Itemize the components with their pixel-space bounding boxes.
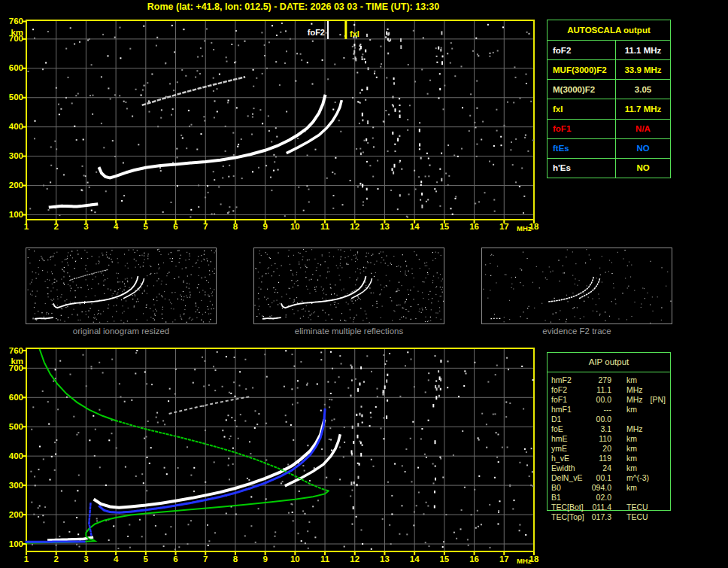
bottom-ionogram-plot [19,345,541,564]
thumbnail-caption-3: evidence F2 trace [481,327,672,337]
x-tick-label: 6 [166,554,186,564]
y-tick-label: 600 [1,63,23,73]
thumbnail-evidence-f2 [481,248,672,324]
autoscala-row: h'EsNO [548,159,670,178]
aip-param-value: 00.0 [590,395,611,405]
aip-param-name: foF2 [551,385,590,395]
y-tick-label: 760 [1,346,23,356]
f2-o-trace [99,96,325,178]
autoscala-table-title: AUTOSCALA output [548,20,670,41]
x-tick-label: 6 [166,222,186,232]
autoscala-param-label: fxI [548,99,616,118]
autoscala-param-label: MUF(3000)F2 [548,60,616,79]
x-tick-label: 16 [465,554,484,564]
thumbnail-caption-1: original ionogram resized [26,327,217,337]
aip-param-unit: km [626,434,637,444]
autoscala-param-label: foF1 [548,120,616,138]
f2-x-trace [580,279,600,299]
aip-param-value: 110 [590,434,611,444]
noise-dots [28,23,534,218]
aip-param-value: 02.0 [590,493,611,503]
autoscala-row: ftEsNO [548,139,670,159]
x-tick-label: 2 [47,554,66,564]
aip-table-title: AIP output [548,353,670,372]
noise-dots [28,249,216,323]
x-tick-label: 17 [494,554,514,564]
autoscala-row: foF1N/A [548,120,670,139]
aip-param-name: B0 [551,483,590,493]
autoscala-param-label: M(3000)F2 [548,80,616,99]
y-tick-label: 500 [1,93,23,102]
thumbnail-evidence-canvas [482,248,672,323]
plot-frame [22,348,534,555]
x-tick-label: 13 [375,554,394,564]
aip-row: foF211.1MHz [551,385,681,395]
aip-param-name: TEC[Top] [551,512,590,522]
autoscala-output-screen: Rome (lat: +41.8, lon: 012.5) - DATE: 20… [0,0,728,568]
autoscala-param-value: 33.9 MHz [616,60,670,79]
aip-row: B0094.0km [551,483,681,493]
x-tick-label: 12 [345,222,365,232]
es-trace [263,317,281,318]
y-tick-label: 400 [1,122,23,132]
aip-param-value: 00.1 [590,473,611,483]
aip-param-name: h_vE [551,454,590,463]
es-remnant [491,318,501,319]
multiple-reflection-trace [70,269,108,280]
y-tick-label: 700 [1,363,23,373]
y-tick-label: 100 [1,210,23,220]
autoscala-param-value: 11.1 MHz [616,41,670,59]
aip-param-value: 11.1 [590,385,611,395]
aip-param-unit: TECU [626,503,648,512]
x-tick-label: 9 [256,554,275,564]
aip-param-name: foF1 [551,395,590,405]
aip-row: foF100.0MHz[PN] [551,395,681,405]
aip-param-unit: TECU [626,512,648,522]
aip-param-value: 00.0 [590,415,611,424]
thumbnail-original-canvas [26,248,216,323]
x-axis-unit: MHz [517,557,532,565]
aip-param-value: 017.3 [590,512,611,522]
aip-row: hmE110km [551,434,681,444]
top-ionogram-plot [19,17,541,230]
autoscala-param-value: 3.05 [616,80,670,99]
x-tick-label: 11 [315,222,335,232]
aip-param-unit: m^(-3) [626,473,649,483]
multiple-reflection-trace [143,77,244,105]
aip-param-value: 279 [590,375,611,385]
y-tick-label: 300 [1,481,23,491]
thumbnail-eliminate-reflections [253,248,444,324]
x-axis-unit: MHz [517,225,532,232]
aip-param-name: hmF2 [551,375,590,385]
y-tick-label: 400 [1,451,23,461]
autoscala-row: MUF(3000)F233.9 MHz [548,60,670,80]
echo-x-trace [286,436,340,485]
x-tick-label: 15 [435,554,454,564]
aip-param-name: TEC[Bot] [551,503,590,512]
autoscala-param-value: 11.7 MHz [616,99,670,118]
y-tick-label: 500 [1,422,23,432]
aip-row: B102.0 [551,493,681,503]
aip-row: TEC[Top]017.3TECU [551,512,681,522]
aip-row: hmF1---km [551,405,681,415]
es-trace [35,317,53,318]
x-tick-label: 14 [405,554,424,564]
x-tick-label: 3 [76,222,96,232]
profile-bottomside [26,491,329,543]
aip-row: Ewidth24km [551,463,681,473]
aip-param-name: Ewidth [551,463,590,473]
f2-o-trace [53,277,138,308]
echo-es-trace [49,537,93,540]
aip-row: ymE20km [551,444,681,454]
x-tick-label: 10 [285,554,305,564]
aip-row: TEC[Bot]011.4TECU [551,503,681,512]
x-tick-label: 4 [106,554,126,564]
y-tick-label: 300 [1,151,23,161]
x-tick-label: 17 [494,222,514,232]
aip-row: foE3.1MHz [551,424,681,434]
aip-param-unit: km [626,405,637,415]
aip-param-name: D1 [551,415,590,424]
es-trace [50,205,97,208]
autoscala-param-value: NO [616,159,670,178]
autoscala-param-value: N/A [616,120,670,138]
